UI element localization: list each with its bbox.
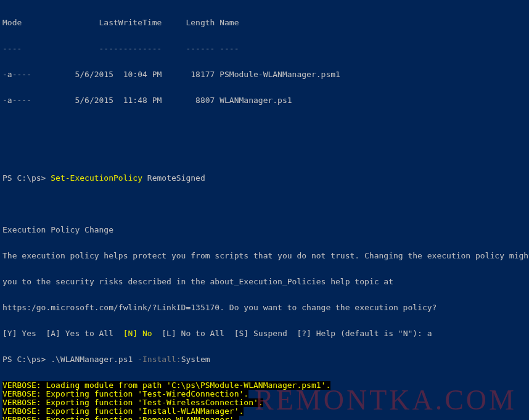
verbose-output: VERBOSE: Loading module from path 'C:\ps… <box>2 381 527 420</box>
policy-choices: [Y] Yes [A] Yes to All [N] No [L] No to … <box>2 329 527 338</box>
listing-row: -a---- 5/6/2015 11:48 PM 8807 WLANManage… <box>2 96 527 105</box>
powershell-terminal[interactable]: Mode LastWriteTime Length Name ---- ----… <box>0 0 529 420</box>
choices-no: [N] No <box>123 329 152 338</box>
cmdlet-name: Set-ExecutionPolicy <box>51 173 142 183</box>
verbose-line: VERBOSE: Exporting function 'Test-Wirele… <box>2 398 527 407</box>
blank-line <box>2 200 527 208</box>
prompt-prefix: PS C:\ps> <box>2 355 51 364</box>
script-arg: System <box>181 355 210 364</box>
prompt-prefix: PS C:\ps> <box>2 173 51 183</box>
policy-body: https:/go.microsoft.com/fwlink/?LinkID=1… <box>2 303 527 312</box>
policy-body: The execution policy helps protect you f… <box>2 252 527 260</box>
verbose-line: VERBOSE: Exporting function 'Install-WLA… <box>2 407 527 416</box>
policy-body: you to the security risks described in t… <box>2 278 527 286</box>
listing-header: Mode LastWriteTime Length Name <box>2 19 527 27</box>
script-name: .\WLANManager.ps1 <box>51 355 137 364</box>
policy-title: Execution Policy Change <box>2 226 527 234</box>
listing-row: -a---- 5/6/2015 10:04 PM 18177 PSModule-… <box>2 70 527 79</box>
prompt-line: PS C:\ps> .\WLANManager.ps1 -Install:Sys… <box>2 355 527 364</box>
cmdlet-arg: RemoteSigned <box>142 173 205 183</box>
verbose-line: VERBOSE: Exporting function 'Test-WiredC… <box>2 390 527 398</box>
script-flag: -Install: <box>137 355 181 364</box>
choices-post: [L] No to All [S] Suspend [?] Help (defa… <box>152 329 432 338</box>
choices-pre: [Y] Yes [A] Yes to All <box>2 329 123 338</box>
verbose-line: VERBOSE: Loading module from path 'C:\ps… <box>2 381 527 390</box>
listing-divider: ---- ------------- ------ ---- <box>2 44 527 53</box>
blank-line <box>2 148 527 157</box>
prompt-line: PS C:\ps> Set-ExecutionPolicy RemoteSign… <box>2 174 527 183</box>
verbose-line: VERBOSE: Exporting function 'Remove-WLAN… <box>2 416 527 420</box>
blank-line <box>2 122 527 131</box>
